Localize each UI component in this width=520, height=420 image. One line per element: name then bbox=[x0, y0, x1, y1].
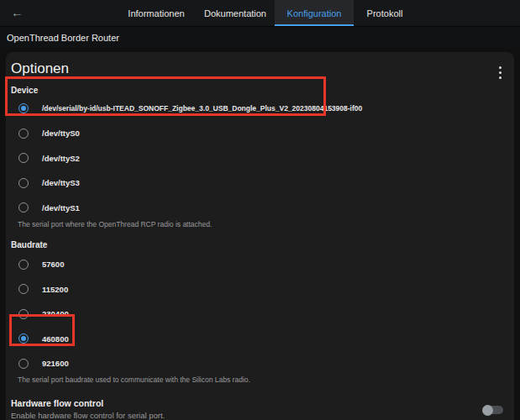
radio-icon[interactable] bbox=[18, 359, 29, 369]
device-option-label: /dev/serial/by-id/usb-ITEAD_SONOFF_Zigbe… bbox=[42, 104, 362, 113]
tab-dokumentation[interactable]: Dokumentation bbox=[196, 0, 275, 26]
device-helper-text: The serial port where the OpenThread RCP… bbox=[18, 220, 514, 228]
device-option-label: /dev/ttyS3 bbox=[42, 178, 80, 187]
baudrate-option-label: 230400 bbox=[42, 309, 69, 318]
device-option-ttys1[interactable]: /dev/ttyS1 bbox=[6, 195, 514, 220]
hardware-flow-control-toggle[interactable] bbox=[484, 406, 503, 414]
device-section: Device /dev/serial/by-id/usb-ITEAD_SONOF… bbox=[6, 86, 514, 228]
device-option-label: /dev/ttyS0 bbox=[42, 129, 80, 138]
radio-icon[interactable] bbox=[18, 309, 29, 319]
baudrate-option-label: 115200 bbox=[42, 285, 68, 294]
baudrate-option-230400[interactable]: 230400 bbox=[6, 302, 514, 327]
radio-icon[interactable] bbox=[18, 129, 29, 139]
baudrate-option-label: 460800 bbox=[42, 334, 69, 344]
radio-icon[interactable] bbox=[18, 284, 29, 294]
overflow-menu-icon[interactable] bbox=[497, 64, 503, 81]
card-title: Optionen bbox=[11, 61, 69, 76]
hardware-flow-control-section: Hardware flow control Enable hardware fl… bbox=[11, 398, 514, 420]
device-section-label: Device bbox=[11, 86, 514, 96]
toggle-knob bbox=[482, 405, 493, 416]
hardware-flow-control-description: Enable hardware flow control for serial … bbox=[11, 411, 514, 420]
device-option-label: /dev/ttyS1 bbox=[42, 203, 80, 213]
baudrate-option-label: 921600 bbox=[42, 359, 69, 368]
tab-konfiguration[interactable]: Konfiguration bbox=[275, 0, 354, 26]
baudrate-option-921600[interactable]: 921600 bbox=[6, 351, 514, 376]
radio-icon[interactable] bbox=[18, 202, 29, 213]
hardware-flow-control-label: Hardware flow control bbox=[11, 398, 514, 408]
device-option-serial-by-id[interactable]: /dev/serial/by-id/usb-ITEAD_SONOFF_Zigbe… bbox=[6, 96, 514, 121]
baudrate-section: Baudrate 57600 115200 230400 460800 9216… bbox=[6, 240, 514, 385]
baudrate-option-label: 57600 bbox=[42, 260, 64, 269]
device-option-ttys2[interactable]: /dev/ttyS2 bbox=[6, 145, 514, 171]
addon-title: OpenThread Border Router bbox=[7, 33, 119, 43]
device-option-label: /dev/ttyS2 bbox=[42, 154, 80, 163]
device-option-ttys3[interactable]: /dev/ttyS3 bbox=[6, 171, 514, 196]
tab-bar: Informationen Dokumentation Konfiguratio… bbox=[117, 0, 416, 26]
app-header: ← Informationen Dokumentation Konfigurat… bbox=[0, 0, 520, 27]
baudrate-option-460800[interactable]: 460800 bbox=[6, 326, 514, 351]
tab-protokoll[interactable]: Protokoll bbox=[354, 0, 416, 26]
radio-selected-icon[interactable] bbox=[18, 103, 29, 113]
card-header: Optionen bbox=[6, 52, 514, 81]
tab-informationen[interactable]: Informationen bbox=[117, 0, 196, 26]
baudrate-helper-text: The serial port baudrate used to communi… bbox=[18, 375, 514, 384]
options-card: Optionen Device /dev/serial/by-id/usb-IT… bbox=[6, 52, 514, 420]
radio-selected-icon[interactable] bbox=[18, 333, 29, 344]
baudrate-option-57600[interactable]: 57600 bbox=[6, 252, 514, 277]
radio-icon[interactable] bbox=[18, 178, 29, 188]
baudrate-section-label: Baudrate bbox=[11, 240, 514, 250]
addon-title-bar: OpenThread Border Router bbox=[0, 27, 520, 48]
back-arrow-icon[interactable]: ← bbox=[11, 5, 24, 20]
radio-icon[interactable] bbox=[18, 153, 29, 163]
device-option-ttys0[interactable]: /dev/ttyS0 bbox=[6, 121, 514, 146]
baudrate-option-115200[interactable]: 115200 bbox=[6, 276, 514, 302]
radio-icon[interactable] bbox=[18, 260, 29, 270]
